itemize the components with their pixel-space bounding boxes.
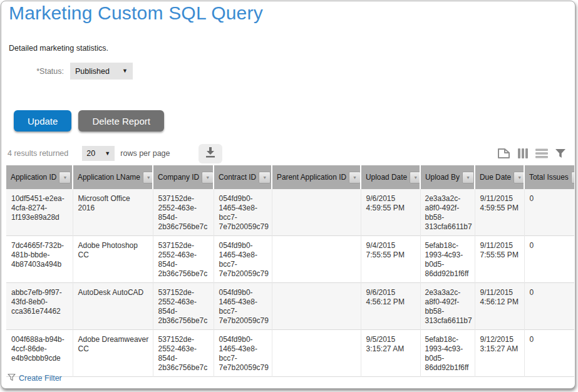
status-select[interactable]: Published ▼ <box>70 63 133 80</box>
results-bar: 4 results returned 20 ▼ rows per page <box>8 143 566 164</box>
table-row[interactable]: abbc7efb-9f97-43fd-8eb0-cca361e74462Auto… <box>6 283 574 330</box>
column-header-total-issues: Total Issues▼ <box>524 165 574 189</box>
column-filter-button[interactable]: ▼ <box>349 172 361 183</box>
page-subtitle: Detailed marketing statistics. <box>9 44 108 53</box>
table-row[interactable]: 004f688a-b94b-4ccf-86de-e4b9cbbb9cdeAdob… <box>6 330 574 377</box>
table-row[interactable]: 10df5451-e2ea-4cfa-8274-1f193e89a28dMicr… <box>6 189 574 236</box>
table-cell: 9/11/2015 4:56:12 PM <box>475 283 524 330</box>
app-window: Marketing Custom SQL Query Detailed mark… <box>1 1 575 389</box>
column-header-company-id: Company ID▼ <box>153 165 214 189</box>
table-cell: Microsoft Office 2016 <box>73 189 153 236</box>
table-cell: 9/4/2015 7:55:55 PM <box>361 236 420 283</box>
column-label: Upload Date <box>366 173 407 182</box>
table-cell: Adobe Dreamweaver CC <box>73 330 153 377</box>
results-count-text: 4 results returned <box>8 149 68 158</box>
column-label: Parent Application ID <box>277 173 346 182</box>
column-view-icon[interactable] <box>517 148 529 159</box>
table-cell: 9/6/2015 4:56:12 PM <box>361 283 420 330</box>
table-cell: 2e3a3a2c-a8f0-492f-bb58-313cfa6611b7 <box>420 189 475 236</box>
download-icon <box>204 147 217 160</box>
table-footer: Create Filter <box>8 373 62 384</box>
page-title: Marketing Custom SQL Query <box>9 3 263 24</box>
table-cell: 9/5/2015 3:15:27 AM <box>361 330 420 377</box>
chevron-down-icon: ▼ <box>105 151 110 157</box>
column-label: Contract ID <box>219 173 256 182</box>
column-label: Application LName <box>78 173 140 182</box>
column-header-application-lname: Application LName▼ <box>73 165 153 189</box>
table-cell: 9/6/2015 4:59:55 PM <box>361 189 420 236</box>
table-cell: 9/11/2015 7:55:55 PM <box>475 236 524 283</box>
column-filter-button[interactable]: ▼ <box>202 172 214 183</box>
header-row: Application ID▼Application LName▼Company… <box>6 165 574 189</box>
table-cell: 054fd9b0-1465-43e8-bcc7-7e7b20059c79 <box>214 189 272 236</box>
table-cell: 10df5451-e2ea-4cfa-8274-1f193e89a28d <box>6 189 73 236</box>
table-cell: 9/12/2015 3:15:27 AM <box>475 330 524 377</box>
column-label: Application ID <box>11 173 56 182</box>
table-cell: 054fd9b0-1465-43e8-bcc7-7e7b20059c79 <box>214 283 272 330</box>
column-filter-button[interactable]: ▼ <box>462 172 474 183</box>
export-button[interactable] <box>199 144 222 163</box>
create-filter-link[interactable]: Create Filter <box>19 374 62 383</box>
table-cell: 537152de-2552-463e-854d-2b36c756be7c <box>153 236 214 283</box>
row-view-icon[interactable] <box>535 148 548 158</box>
page-size-select[interactable]: 20 ▼ <box>82 146 115 161</box>
column-label: Due Date <box>480 173 511 182</box>
view-toolbar <box>497 148 566 159</box>
rows-per-page-label: rows per page <box>120 149 170 158</box>
status-select-value: Published <box>75 67 110 76</box>
table-cell <box>272 236 361 283</box>
table-cell: 5efab18c-1993-4c93-b0d5-86dd92b1f6ff <box>420 330 475 377</box>
table-cell: 537152de-2552-463e-854d-2b36c756be7c <box>153 330 214 377</box>
column-filter-button[interactable]: ▼ <box>143 172 153 183</box>
column-filter-button[interactable]: ▼ <box>259 172 271 183</box>
table-cell: Adobe Photoshop CC <box>73 236 153 283</box>
table-cell: abbc7efb-9f97-43fd-8eb0-cca361e74462 <box>6 283 73 330</box>
column-header-contract-id: Contract ID▼ <box>214 165 272 189</box>
column-label: Total Issues <box>529 173 569 182</box>
column-label: Upload By <box>425 173 460 182</box>
page-size-value: 20 <box>86 149 95 158</box>
table-cell <box>272 330 361 377</box>
table-row[interactable]: 7dc4665f-732b-481b-bbde-4b87403a494bAdob… <box>6 236 574 283</box>
column-header-parent-application-id: Parent Application ID▼ <box>272 165 361 189</box>
filter-icon[interactable] <box>555 148 566 158</box>
table-cell: 0 <box>524 283 574 330</box>
chevron-down-icon: ▼ <box>122 68 128 74</box>
table-cell <box>272 189 361 236</box>
action-buttons: Update Delete Report <box>14 110 164 132</box>
column-header-application-id: Application ID▼ <box>6 165 73 189</box>
table-cell: 0 <box>524 330 574 377</box>
table-cell: 5efab18c-1993-4c93-b0d5-86dd92b1f6ff <box>420 236 475 283</box>
column-filter-button[interactable]: ▼ <box>571 172 574 183</box>
delete-report-button[interactable]: Delete Report <box>78 110 164 132</box>
column-header-due-date: Due Date▼ <box>475 165 524 189</box>
table-cell <box>272 283 361 330</box>
table-cell: 537152de-2552-463e-854d-2b36c756be7c <box>153 189 214 236</box>
table-cell: 0 <box>524 236 574 283</box>
column-header-upload-date: Upload Date▼ <box>361 165 420 189</box>
card-view-icon[interactable] <box>497 148 510 159</box>
update-button[interactable]: Update <box>14 110 71 132</box>
table-cell: 7dc4665f-732b-481b-bbde-4b87403a494b <box>6 236 73 283</box>
table-cell: 004f688a-b94b-4ccf-86de-e4b9cbbb9cde <box>6 330 73 377</box>
table-cell: 054fd9b0-1465-43e8-bcc7-7e7b20059c79 <box>214 330 272 377</box>
column-filter-button[interactable]: ▼ <box>410 172 420 183</box>
status-label: *Status: <box>1 67 70 76</box>
column-filter-button[interactable]: ▼ <box>59 172 71 183</box>
results-table: Application ID▼Application LName▼Company… <box>6 165 574 377</box>
table-cell: 054fd9b0-1465-43e8-bcc7-7e7b20059c79 <box>214 236 272 283</box>
table-cell: 2e3a3a2c-a8f0-492f-bb58-313cfa6611b7 <box>420 283 475 330</box>
table-body: 10df5451-e2ea-4cfa-8274-1f193e89a28dMicr… <box>6 189 574 377</box>
status-field-row: *Status: Published ▼ <box>1 63 133 80</box>
column-filter-button[interactable]: ▼ <box>513 172 524 183</box>
table-cell: AutoDesk AutoCAD <box>73 283 153 330</box>
column-label: Company ID <box>158 173 199 182</box>
table-cell: 537152de-2552-463e-854d-2b36c756be7c <box>153 283 214 330</box>
table-cell: 0 <box>524 189 574 236</box>
table-cell: 9/11/2015 4:59:55 PM <box>475 189 524 236</box>
create-filter-funnel-icon <box>8 373 16 384</box>
column-header-upload-by: Upload By▼ <box>420 165 475 189</box>
